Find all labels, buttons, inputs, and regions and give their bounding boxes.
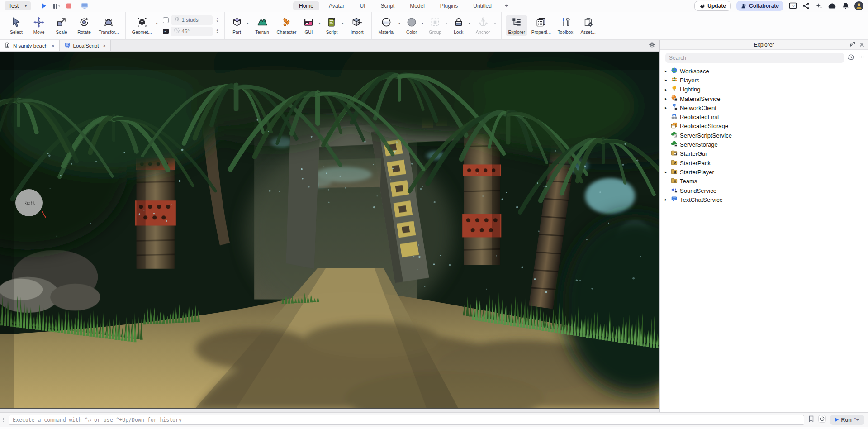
import-tool-button[interactable]: Import	[346, 15, 367, 36]
snap-value-field-1[interactable]: 45°	[171, 27, 213, 36]
tree-item-starterpack[interactable]: StarterPack	[660, 158, 868, 167]
close-panel-icon[interactable]	[859, 41, 864, 49]
menubar-tab-ui[interactable]: UI	[354, 1, 371, 10]
bookmark-icon[interactable]	[808, 415, 814, 424]
scale-icon	[56, 16, 67, 30]
chevron-down-icon[interactable]: ▾	[446, 21, 447, 25]
terrain-tool-button[interactable]: Terrain	[252, 15, 273, 36]
chevron-down-icon[interactable]: ▾	[422, 21, 423, 25]
snap-checkbox-1[interactable]: ✓	[163, 29, 169, 34]
menubar-tab-home[interactable]: Home	[293, 1, 319, 10]
view-selector-gizmo[interactable]: Right	[15, 189, 43, 216]
menubar-tab-plugins[interactable]: Plugins	[434, 1, 464, 10]
snap-value-field-0[interactable]: 1 studs	[171, 15, 213, 25]
filter-history-icon[interactable]	[848, 54, 854, 62]
new-tab-button[interactable]: +	[501, 1, 512, 10]
tree-item-networkclient[interactable]: ▸NetworkClient	[660, 103, 868, 112]
tree-item-starterplayer[interactable]: ▸StarterPlayer	[660, 167, 868, 176]
tree-item-replicatedfirst[interactable]: ReplicatedFirst	[660, 112, 868, 121]
chevron-down-icon[interactable]: ▾	[342, 21, 343, 25]
menubar-tab-avatar[interactable]: Avatar	[323, 1, 350, 10]
gui-tool-button[interactable]: ▾GUI	[300, 15, 322, 36]
device-emulation-icon[interactable]	[81, 3, 88, 9]
rotate-tool-button[interactable]: Rotate	[74, 15, 95, 36]
gear-icon[interactable]	[649, 41, 655, 50]
part-tool-button[interactable]: ▾Part	[229, 15, 250, 36]
menubar-tab-untitled[interactable]: Untitled	[467, 1, 498, 10]
scale-tool-button[interactable]: Scale	[51, 15, 72, 36]
chevron-down-icon[interactable]: ▾	[494, 21, 496, 25]
explorer-tool-button[interactable]: Explorer	[506, 15, 527, 36]
transfor-tool-button[interactable]: Transfor...	[96, 15, 121, 36]
lock-tool-button[interactable]: ▾Lock	[451, 15, 472, 36]
play-button[interactable]	[41, 3, 47, 9]
chevron-down-icon[interactable]: ▾	[247, 21, 249, 25]
tree-item-textchatservice[interactable]: ▸TextChatService	[660, 195, 868, 204]
collaborate-button[interactable]: Collaborate	[736, 1, 783, 11]
close-tab-icon[interactable]: ×	[103, 43, 105, 48]
tree-item-soundservice[interactable]: SoundService	[660, 186, 868, 195]
chevron-down-icon[interactable]: ▾	[156, 21, 158, 25]
doc-tab-localscript[interactable]: LocalScript×	[60, 40, 111, 51]
tree-item-lighting[interactable]: ▸Lighting	[660, 85, 868, 94]
color-tool-button[interactable]: ▾Color	[403, 15, 425, 36]
properti-tool-button[interactable]: Properti...	[529, 15, 553, 36]
globe-icon	[671, 67, 678, 76]
snap-stepper-1[interactable]: ▲▼	[215, 29, 220, 34]
pause-button[interactable]	[53, 3, 60, 9]
menubar-tab-script[interactable]: Script	[375, 1, 400, 10]
test-dropdown[interactable]: Test ▾	[5, 1, 31, 10]
close-tab-icon[interactable]: ×	[52, 43, 54, 48]
doc-tab-label: N sanity beach	[13, 43, 47, 48]
expand-arrow-icon[interactable]: ▸	[665, 96, 671, 101]
material-tool-button[interactable]: ▾Material	[376, 15, 402, 36]
geomet-tool-button[interactable]: ▾Geomet...	[130, 15, 159, 36]
ai-sparkle-icon[interactable]	[815, 2, 823, 10]
3d-viewport[interactable]: Right	[0, 52, 659, 409]
toolbox-tool-button[interactable]: Toolbox	[555, 15, 576, 36]
expand-arrow-icon[interactable]: ▸	[665, 197, 671, 202]
doc-tab-n-sanity-beach[interactable]: N sanity beach×	[0, 40, 60, 51]
select-tool-button[interactable]: Select	[6, 15, 27, 36]
chevron-down-icon[interactable]: ▾	[318, 21, 320, 25]
tree-item-workspace[interactable]: ▸Workspace	[660, 67, 868, 76]
user-avatar[interactable]	[854, 1, 863, 10]
update-button[interactable]: Update	[694, 1, 731, 11]
tree-item-teams[interactable]: Teams	[660, 177, 868, 186]
script-tool-button[interactable]: ▾Script	[323, 15, 345, 36]
tree-item-serverstorage[interactable]: ServerStorage	[660, 140, 868, 149]
chevron-down-icon[interactable]: ▾	[398, 21, 400, 25]
run-command-button[interactable]: Run ^↵	[830, 415, 864, 425]
share-icon[interactable]	[802, 2, 810, 10]
stop-button[interactable]	[66, 3, 71, 9]
explorer-search-input[interactable]	[665, 53, 844, 63]
expand-arrow-icon[interactable]: ▸	[665, 105, 671, 110]
command-input[interactable]	[9, 415, 804, 425]
character-tool-button[interactable]: Character	[275, 15, 299, 36]
cloud-icon[interactable]	[828, 3, 837, 9]
snap-checkbox-0[interactable]	[163, 17, 169, 23]
terrain-tool-label: Terrain	[255, 30, 269, 35]
tree-item-startergui[interactable]: StarterGui	[660, 149, 868, 158]
drag-grip-icon[interactable]	[2, 418, 5, 422]
notifications-bell-icon[interactable]	[842, 2, 849, 10]
chevron-down-icon[interactable]: ▾	[469, 21, 470, 25]
snap-stepper-0[interactable]: ▲▼	[215, 17, 220, 23]
expand-arrow-icon[interactable]: ▸	[665, 170, 671, 174]
tree-item-label: TextChatService	[680, 196, 723, 203]
tree-item-players[interactable]: ▸Players	[660, 76, 868, 85]
tree-item-replicatedstorage[interactable]: ReplicatedStorage	[660, 122, 868, 131]
history-icon[interactable]	[818, 415, 826, 424]
popout-panel-icon[interactable]	[850, 41, 855, 49]
expand-arrow-icon[interactable]: ▸	[665, 78, 671, 82]
tree-item-serverscriptservice[interactable]: ServerScriptService	[660, 131, 868, 140]
asset-tool-button[interactable]: Asset...	[578, 15, 598, 36]
menubar-tab-model[interactable]: Model	[404, 1, 431, 10]
ribbon-group-1: ▾Geomet...1 studs▲▼✓45°▲▼	[126, 12, 225, 39]
move-tool-button[interactable]: Move	[28, 15, 49, 36]
tree-item-materialservice[interactable]: ▸MaterialService	[660, 94, 868, 103]
expand-arrow-icon[interactable]: ▸	[665, 87, 671, 92]
expand-arrow-icon[interactable]: ▸	[665, 69, 671, 73]
more-options-icon[interactable]	[858, 54, 864, 62]
feedback-icon[interactable]: !?	[789, 2, 797, 10]
